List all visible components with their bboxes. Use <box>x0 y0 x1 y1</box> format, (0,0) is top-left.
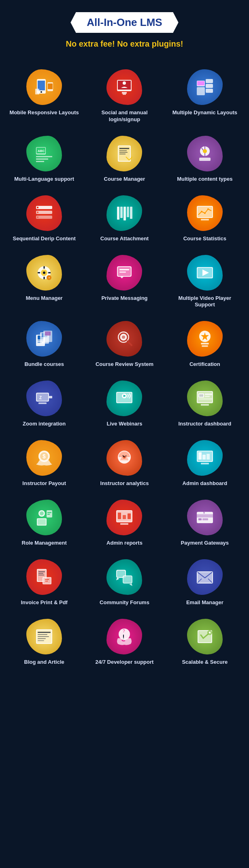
svg-rect-117 <box>38 519 46 525</box>
svg-point-79 <box>122 336 125 339</box>
svg-rect-129 <box>198 518 202 520</box>
svg-rect-86 <box>49 396 52 398</box>
feature-label-30: Scalable & Secure <box>182 659 228 666</box>
feature-label-11: Private Messaging <box>101 295 147 302</box>
feature-icon-20 <box>106 440 143 476</box>
feature-item-13: Bundle courses <box>4 316 84 372</box>
feature-label-18: Instructor dashboard <box>178 421 231 428</box>
page-header: All-In-One LMS No extra fee! No extra pl… <box>0 0 249 61</box>
svg-rect-40 <box>37 216 38 218</box>
svg-rect-63 <box>119 269 129 270</box>
svg-text:$: $ <box>203 511 205 514</box>
svg-point-8 <box>123 81 126 85</box>
svg-text:ABC: ABC <box>38 149 45 153</box>
feature-icon-3 <box>187 69 223 105</box>
feature-icon-24: $ <box>187 499 223 536</box>
svg-rect-134 <box>38 571 45 572</box>
svg-rect-112 <box>206 454 210 460</box>
features-grid: Mobile Responsive LayoutsSocial and manu… <box>0 61 249 682</box>
svg-rect-155 <box>38 640 44 641</box>
feature-item-25: Invoice Print & Pdf <box>4 555 84 610</box>
feature-item-9: Course Statistics <box>165 191 245 246</box>
svg-line-78 <box>128 341 132 345</box>
feature-item-15: Certification <box>165 316 245 372</box>
svg-rect-38 <box>37 207 38 208</box>
feature-icon-7 <box>26 195 62 231</box>
feature-item-6: Multiple content types <box>165 131 245 187</box>
feature-label-10: Menu Manager <box>26 295 63 302</box>
feature-item-4: ABCMulti-Language support <box>4 131 84 187</box>
feature-icon-18 <box>187 380 223 417</box>
feature-icon-25 <box>26 559 62 595</box>
feature-label-21: Admin dashboard <box>183 480 228 487</box>
svg-rect-51 <box>201 219 209 220</box>
svg-rect-12 <box>197 81 204 86</box>
feature-label-25: Invoice Print & Pdf <box>21 599 68 606</box>
feature-icon-21 <box>187 440 223 476</box>
feature-label-24: Payment Gateways <box>181 540 229 547</box>
feature-label-19: Instructor Payout <box>22 480 66 487</box>
feature-icon-23 <box>106 499 143 536</box>
feature-label-4: Multi-Language support <box>14 176 74 183</box>
feature-icon-26 <box>106 559 143 595</box>
svg-rect-16 <box>197 87 205 95</box>
svg-point-115 <box>40 511 44 515</box>
svg-rect-110 <box>198 452 202 460</box>
feature-item-18: Instructor dashboard <box>165 376 245 432</box>
feature-icon-8 <box>106 195 143 231</box>
svg-rect-153 <box>38 636 49 637</box>
svg-rect-10 <box>123 94 126 95</box>
feature-label-26: Community Forums <box>100 599 149 606</box>
feature-item-8: Course Attachment <box>84 191 164 246</box>
svg-rect-26 <box>119 150 127 151</box>
feature-icon-16: Z <box>26 380 62 417</box>
svg-rect-22 <box>36 161 44 162</box>
feature-label-27: Email Manager <box>186 599 223 606</box>
svg-text:$: $ <box>43 453 46 460</box>
svg-rect-83 <box>202 345 208 347</box>
feature-item-27: Email Manager <box>165 555 245 610</box>
feature-icon-9 <box>187 195 223 231</box>
feature-label-12: Multiple Video Player Support <box>168 295 242 309</box>
svg-rect-28 <box>119 154 126 154</box>
feature-label-3: Multiple Dynamic Layouts <box>172 109 237 116</box>
feature-item-2: Social and manual login/signup <box>84 65 164 127</box>
svg-rect-97 <box>205 393 212 395</box>
svg-rect-98 <box>205 396 210 397</box>
feature-label-28: Blog and Article <box>24 659 64 666</box>
feature-icon-2 <box>106 69 143 105</box>
feature-icon-27 <box>187 559 223 595</box>
page-subtitle: No extra fee! No extra plugins! <box>8 39 241 49</box>
feature-icon-13 <box>26 321 62 357</box>
feature-icon-6 <box>187 135 223 172</box>
feature-icon-5 <box>106 135 143 172</box>
svg-rect-85 <box>37 393 48 401</box>
svg-rect-14 <box>206 84 213 88</box>
svg-rect-152 <box>38 634 47 635</box>
feature-icon-28 <box>26 618 62 655</box>
feature-label-6: Multiple content types <box>177 176 232 183</box>
feature-item-11: Private Messaging <box>84 250 164 313</box>
feature-item-20: Instructor analytics <box>84 436 164 491</box>
svg-rect-123 <box>118 513 121 519</box>
feature-label-23: Admin reports <box>106 540 143 547</box>
feature-label-29: 24/7 Developer support <box>96 659 154 666</box>
feature-item-22: Role Management <box>4 495 84 551</box>
svg-rect-82 <box>201 343 209 344</box>
svg-rect-25 <box>119 148 129 149</box>
feature-item-30: Scalable & Secure <box>165 614 245 670</box>
svg-rect-136 <box>38 575 44 575</box>
svg-rect-44 <box>127 207 129 217</box>
svg-rect-75 <box>45 331 51 336</box>
feature-label-2: Social and manual login/signup <box>87 109 161 123</box>
svg-rect-130 <box>202 518 208 520</box>
svg-rect-4 <box>48 83 53 89</box>
feature-item-14: Course Review System <box>84 316 164 372</box>
svg-rect-151 <box>38 632 51 633</box>
feature-item-21: Admin dashboard <box>165 436 245 491</box>
svg-rect-135 <box>38 573 43 574</box>
svg-rect-144 <box>123 576 132 583</box>
feature-icon-14 <box>106 321 143 357</box>
feature-label-5: Course Manager <box>104 176 145 183</box>
svg-rect-96 <box>199 394 203 397</box>
